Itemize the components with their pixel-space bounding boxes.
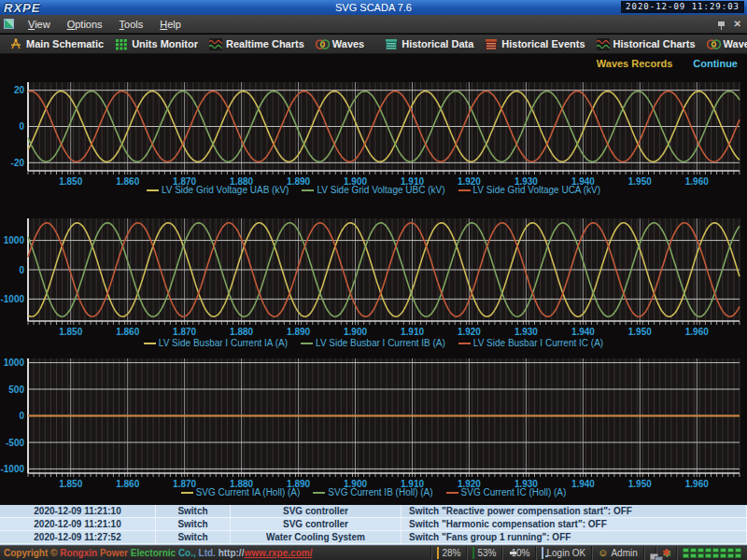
legend-item: LV Side Busbar I Current IC (A) xyxy=(458,338,603,348)
menu-help[interactable]: Help xyxy=(151,15,190,34)
legend-label: LV Side Busbar I Current IB (A) xyxy=(316,338,445,348)
legend-dash-icon xyxy=(181,492,193,494)
chart-legend-1: LV Side Grid Voltage UAB (kV)LV Side Gri… xyxy=(0,185,747,195)
waves-records-icon xyxy=(707,38,720,50)
status-label: Login OK xyxy=(546,548,585,558)
led-cell xyxy=(705,548,712,553)
legend-dash-icon xyxy=(301,343,313,344)
y-tick-label: -1000 xyxy=(0,294,24,304)
clock-display: 2020-12-09 11:29:03 xyxy=(621,1,744,13)
x-tick-label: 1.890 xyxy=(287,327,310,337)
status-item-28: 28% xyxy=(430,546,466,560)
led-cell xyxy=(712,548,719,553)
led-cell xyxy=(690,553,697,558)
realtime-chart-icon xyxy=(209,38,222,50)
toolbar-button-historical-events[interactable]: Historical Events xyxy=(481,35,592,54)
x-tick-label: 1.930 xyxy=(514,327,538,337)
led-cell xyxy=(690,548,697,553)
history-chart-icon xyxy=(597,38,610,50)
status-item-login-ok: Login OK xyxy=(535,546,591,560)
sub-toolbar: Waves RecordsContinue xyxy=(0,54,747,73)
toolbar-button-realtime-charts[interactable]: Realtime Charts xyxy=(205,35,312,54)
close-icon[interactable]: ✕ xyxy=(734,19,741,29)
toolbar-button-waves[interactable]: Waves xyxy=(312,35,372,54)
copyright-text: Copyright © Rongxin Power Electornic Co.… xyxy=(0,548,312,558)
event-time: 2020-12-09 11:21:10 xyxy=(0,518,156,530)
copyright-segment: Ltd. xyxy=(199,548,218,558)
legend-item: LV Side Busbar I Current IA (A) xyxy=(144,338,288,348)
subbar-link-waves-records[interactable]: Waves Records xyxy=(597,58,673,69)
legend-label: LV Side Grid Voltage UCA (kV) xyxy=(473,185,601,195)
legend-label: SVG Current IC (Holl) (A) xyxy=(461,487,567,497)
toolbar-button-historical-data[interactable]: Historical Data xyxy=(381,35,481,54)
y-tick-label: -1000 xyxy=(0,464,24,474)
table-row[interactable]: 2020-12-09 11:21:10SwitchSVG controllerS… xyxy=(0,518,747,531)
legend-item: SVG Current IB (Holl) (A) xyxy=(313,487,432,497)
workstation-icon xyxy=(542,548,543,558)
y-tick-label: 1000 xyxy=(4,235,25,245)
y-tick-label: 1000 xyxy=(4,357,25,368)
legend-dash-icon xyxy=(458,189,471,191)
copyright-segment: Power xyxy=(100,548,131,558)
legend-item: LV Side Busbar I Current IB (A) xyxy=(301,338,445,348)
memory-icon xyxy=(472,548,474,558)
title-bar: RXPE SVG SCADA 7.6 2020-12-09 11:29:03 xyxy=(0,0,747,15)
status-bar: Copyright © Rongxin Power Electornic Co.… xyxy=(0,545,747,560)
smiley-icon: ☺ xyxy=(598,548,608,558)
y-tick-label: 0 xyxy=(19,121,24,132)
pin-icon[interactable] xyxy=(718,21,725,26)
toolbar-button-main-schematic[interactable]: Main Schematic xyxy=(6,35,111,54)
y-tick-label: 20 xyxy=(14,85,25,95)
led-cell xyxy=(712,553,719,558)
y-tick-label: 0 xyxy=(19,411,24,421)
menu-options[interactable]: Options xyxy=(59,15,111,34)
menu-view[interactable]: View xyxy=(20,15,59,34)
website-link[interactable]: www.rxpe.com/ xyxy=(244,548,312,558)
status-item-admin: ☺Admin xyxy=(591,546,643,560)
units-grid-icon xyxy=(115,38,128,50)
toolbar-button-waves-records[interactable]: Waves Records xyxy=(703,35,747,54)
status-label: 53% xyxy=(477,548,496,558)
alarm-icon: ✱ xyxy=(662,548,670,558)
status-item-led-grid xyxy=(676,546,747,560)
toolbar-button-label: Historical Charts xyxy=(613,38,696,49)
led-cell xyxy=(735,553,741,558)
toolbar-button-label: Main Schematic xyxy=(26,38,104,49)
waveform-chart-2: 10000-10001.8501.8601.8701.8801.8901.900… xyxy=(0,213,747,340)
copyright-segment: Rongxin xyxy=(60,548,100,558)
event-message: Switch "Reactive power compensation star… xyxy=(402,505,747,517)
toolbar-button-label: Waves xyxy=(332,38,364,49)
event-message: Switch "Harmonic compensation start": OF… xyxy=(402,518,747,530)
status-item-10: 10% xyxy=(501,546,535,560)
led-cell xyxy=(698,553,704,558)
y-tick-label: 0 xyxy=(19,265,24,275)
legend-label: LV Side Grid Voltage UAB (kV) xyxy=(162,185,289,195)
legend-dash-icon xyxy=(458,343,471,344)
toolbar-button-label: Historical Events xyxy=(501,38,585,49)
event-table[interactable]: 2020-12-09 11:21:10SwitchSVG controllerS… xyxy=(0,505,747,545)
x-tick-label: 1.900 xyxy=(344,327,367,337)
legend-dash-icon xyxy=(147,189,159,191)
app-icon xyxy=(4,19,14,29)
legend-label: LV Side Grid Voltage UBC (kV) xyxy=(317,185,444,195)
led-cell xyxy=(683,553,689,558)
waveform-chart-3: 10005000-500-10001.8501.8601.8701.8801.8… xyxy=(0,353,747,491)
table-row[interactable]: 2020-12-09 11:27:52SwitchWater Cooling S… xyxy=(0,531,747,544)
x-tick-label: 1.960 xyxy=(685,327,709,337)
led-cell xyxy=(727,548,734,553)
event-source: SVG controller xyxy=(231,518,402,530)
x-tick-label: 1.850 xyxy=(59,327,82,337)
led-cell xyxy=(720,553,726,558)
led-cell xyxy=(727,553,734,558)
subbar-link-continue[interactable]: Continue xyxy=(693,58,738,69)
table-row[interactable]: 2020-12-09 11:21:10SwitchSVG controllerS… xyxy=(0,505,747,518)
toolbar-button-units-monitor[interactable]: Units Monitor xyxy=(111,35,205,54)
led-grid-icon xyxy=(683,548,741,558)
x-tick-label: 1.880 xyxy=(230,327,253,337)
led-cell xyxy=(705,553,712,558)
toolbar: Main SchematicUnits MonitorRealtime Char… xyxy=(0,35,747,54)
menu-tools[interactable]: Tools xyxy=(111,15,152,34)
chart-legend-3: SVG Current IA (Holl) (A)SVG Current IB … xyxy=(0,487,747,497)
toolbar-button-historical-charts[interactable]: Historical Charts xyxy=(593,35,703,54)
status-label: 28% xyxy=(442,548,460,558)
